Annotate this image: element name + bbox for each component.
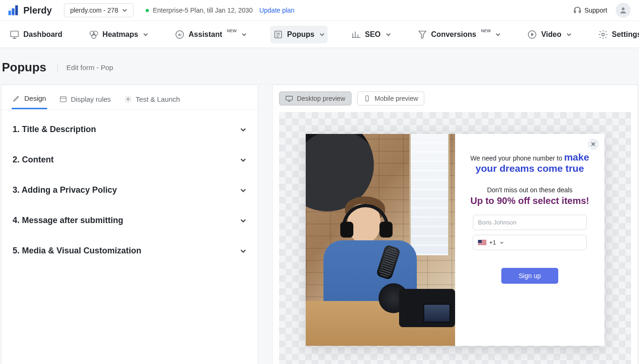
tab-label: Test & Launch [136, 95, 180, 103]
nav-label: Assistant [189, 30, 222, 39]
desktop-preview-button[interactable]: Desktop preview [279, 91, 351, 105]
chevron-down-icon [386, 32, 391, 37]
tab-design[interactable]: Design [12, 91, 47, 109]
heatmap-icon [89, 29, 99, 40]
new-badge: NEW [481, 28, 491, 33]
chevron-down-icon [122, 7, 127, 13]
gear-icon [124, 95, 132, 103]
btn-label: Desktop preview [297, 95, 345, 102]
svg-rect-17 [286, 96, 293, 100]
svg-point-14 [602, 33, 604, 36]
editor-tabs: Design Display rules Test & Launch [1, 85, 258, 110]
nav-label: Video [541, 30, 561, 39]
name-input[interactable]: Boris Johnson [473, 215, 587, 230]
chevron-down-icon [240, 126, 246, 133]
nav-label: Dashboard [23, 30, 63, 39]
mobile-preview-button[interactable]: Mobile preview [357, 91, 424, 105]
site-selector[interactable]: plerdy.com - 278 [64, 3, 133, 17]
svg-rect-0 [8, 11, 11, 15]
svg-point-19 [366, 100, 367, 101]
nav-popups[interactable]: Popups [270, 26, 328, 43]
headset-icon [573, 6, 582, 14]
main-nav: Dashboard Heatmaps AI Assistant NEW Popu… [0, 21, 639, 48]
phone-prefix: +1 [489, 239, 496, 246]
acc-label: 2. Content [13, 155, 54, 165]
support-link[interactable]: Support [573, 6, 607, 14]
status-dot-icon [146, 9, 149, 12]
chevron-down-icon [500, 241, 504, 245]
svg-rect-15 [60, 96, 66, 101]
logo[interactable]: Plerdy [8, 5, 52, 16]
svg-rect-3 [574, 11, 576, 13]
acc-message-after-submit[interactable]: 4. Message after submitting [12, 205, 247, 236]
popup-form: We need your phone number to make your d… [455, 134, 604, 346]
site-selector-label: plerdy.com - 278 [70, 7, 118, 14]
preview-toggle: Desktop preview Mobile preview [279, 91, 631, 105]
chevron-down-icon [240, 217, 246, 224]
nav-label: Heatmaps [103, 30, 138, 39]
nav-dashboard[interactable]: Dashboard [7, 26, 65, 43]
plan-text: Enterprise-5 Plan, till Jan 12, 2030 [153, 7, 253, 14]
popup-preview: ✕ We need your phone number to make your… [306, 134, 604, 346]
close-icon: ✕ [590, 140, 596, 148]
nav-settings[interactable]: Settings [595, 26, 639, 43]
signup-button[interactable]: Sign up [501, 268, 558, 284]
user-icon [619, 6, 627, 14]
popup-close-button[interactable]: ✕ [588, 139, 599, 150]
chevron-down-icon [319, 32, 325, 37]
acc-media-visual[interactable]: 5. Media & Visual Customization [12, 236, 247, 266]
btn-label: Mobile preview [375, 95, 418, 102]
preview-panel: Desktop preview Mobile preview ✕ [272, 84, 638, 364]
nav-label: SEO [365, 30, 381, 39]
logo-text: Plerdy [23, 5, 52, 16]
svg-rect-1 [12, 8, 14, 15]
update-plan-link[interactable]: Update plan [259, 7, 295, 14]
ai-icon: AI [175, 29, 185, 40]
svg-rect-6 [11, 31, 19, 36]
acc-label: 3. Adding a Privacy Policy [13, 185, 117, 195]
popup-subtext: Don't miss out on these deals [487, 186, 572, 194]
acc-privacy-policy[interactable]: 3. Adding a Privacy Policy [12, 175, 247, 205]
chevron-down-icon [143, 32, 148, 37]
new-badge: NEW [227, 28, 237, 33]
topbar: Plerdy plerdy.com - 278 Enterprise-5 Pla… [0, 0, 639, 21]
nav-seo[interactable]: SEO [348, 26, 394, 43]
accordion: 1. Title & Description 2. Content 3. Add… [1, 110, 258, 271]
acc-content[interactable]: 2. Content [12, 145, 247, 175]
svg-rect-4 [579, 11, 581, 13]
pencil-icon [13, 94, 21, 102]
headline-lead: We need your phone number to [470, 154, 564, 162]
tab-test-launch[interactable]: Test & Launch [123, 91, 181, 109]
funnel-icon [417, 29, 428, 40]
nav-assistant[interactable]: AI Assistant NEW [172, 26, 250, 43]
seo-icon [351, 29, 361, 40]
nav-label: Popups [287, 30, 315, 39]
window-icon [59, 95, 67, 103]
tab-label: Display rules [71, 95, 111, 103]
acc-title-description[interactable]: 1. Title & Description [12, 114, 247, 145]
headline-accent-line2: your dreams come true [470, 163, 589, 174]
chevron-down-icon [240, 187, 246, 194]
nav-label: Conversions [431, 30, 477, 39]
chevron-down-icon [240, 248, 246, 254]
tab-display-rules[interactable]: Display rules [58, 91, 112, 109]
preview-canvas: ✕ We need your phone number to make your… [279, 112, 631, 364]
popup-headline: We need your phone number to make your d… [470, 152, 589, 174]
chevron-down-icon [495, 32, 501, 37]
nav-conversions[interactable]: Conversions NEW [414, 26, 504, 43]
svg-rect-2 [15, 5, 18, 15]
chevron-down-icon [240, 157, 246, 163]
name-placeholder: Boris Johnson [478, 219, 516, 226]
nav-heatmaps[interactable]: Heatmaps [86, 26, 151, 43]
design-panel: Design Display rules Test & Launch 1. Ti… [1, 84, 258, 364]
popup-offer: Up to 90% off select items! [470, 196, 590, 206]
page-header: Popups Edit form - Pop [0, 48, 639, 84]
popup-image [306, 134, 455, 346]
tab-label: Design [24, 94, 46, 102]
acc-label: 1. Title & Description [13, 125, 96, 134]
phone-input[interactable]: +1 [473, 235, 587, 250]
user-avatar[interactable] [616, 3, 631, 18]
nav-video[interactable]: Video [524, 26, 574, 43]
nav-label: Settings [612, 30, 639, 39]
us-flag-icon [478, 240, 486, 245]
